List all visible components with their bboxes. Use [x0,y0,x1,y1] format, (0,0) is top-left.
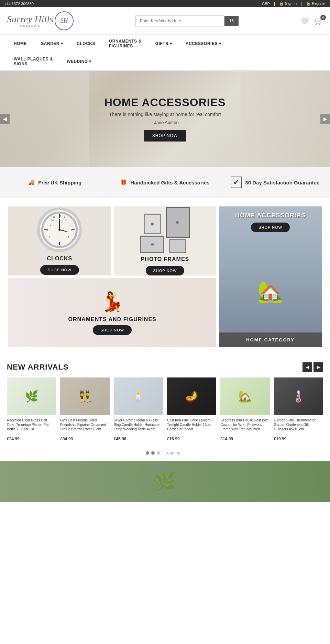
svg-text:12: 12 [58,215,62,218]
product-image-lantern: 🪔 [167,377,216,415]
guarantee-icon: ✓ [231,177,242,188]
nav-item-wall-plaques[interactable]: WALL PLAQUES &SIGNS [7,53,60,70]
product-card-terrarium[interactable]: 🌿 Recycled Clear Glass Half Open Terrari… [7,377,56,441]
frames-visual: ▣ ▣ ▣ [140,207,190,253]
ornaments-shop-btn[interactable]: SHOP NOW [93,325,132,335]
guarantee-text: 30 Day Satisfaction Guarantee [245,180,319,185]
carousel-prev-button[interactable]: ◀ [302,362,312,372]
svg-text:5: 5 [68,224,69,227]
register-link[interactable]: 🔒 Register [306,1,326,6]
nav-item-garden[interactable]: GARDEN ▾ [34,35,70,53]
home-category-bar[interactable]: HOME CATEGORY [219,332,322,347]
ornaments-title: ORNAMENTS AND FIGURINES [68,316,156,323]
product-name-candle: Silver Chrome Metal & Glass Ring Candle … [114,418,163,435]
hero-content: HOME ACCESSORIES There is nothing like s… [104,96,226,142]
hero-decor-left [0,71,89,167]
dot-3 [157,451,160,455]
svg-text:1: 1 [64,216,65,218]
hero-decor-right [241,71,330,167]
category-ornaments[interactable]: 💃 ORNAMENTS AND FIGURINES SHOP NOW [8,278,216,347]
hero-prev-button[interactable]: ◀ [0,114,10,124]
perk-gifts: 🎁 Handpicked Gifts & Accessories [110,167,220,198]
bottom-banner: 🌿 [0,461,330,502]
svg-text:11: 11 [53,216,55,218]
svg-text:3: 3 [71,228,73,231]
product-card-lantern[interactable]: 🪔 Cast Iron Pine Cone Lantern Tealight C… [167,377,216,441]
hero-title: HOME ACCESSORIES [104,96,226,109]
nav-item-clocks[interactable]: CLOCKS [70,35,102,53]
category-grid: 12 9 3 6 10 2 7 4 11 1 8 5 CLOCKS SHOP N… [0,198,330,355]
category-photo-frames[interactable]: ▣ ▣ ▣ PHOTO FRAMES SHOP NOW [114,206,217,275]
dot-2 [151,451,155,455]
user-icon: 🔒 [306,1,311,5]
navigation: HOME GARDEN ▾ CLOCKS ORNAMENTS &FIGURINE… [0,35,330,71]
home-acc-shop-btn[interactable]: SHOP NOW [251,223,290,232]
dot-1 [146,451,149,455]
photo-frames-title: PHOTO FRAMES [141,256,189,262]
search-area: 16 [135,15,239,26]
perk-guarantee: ✓ 30 Day Satisfaction Guarantee [220,167,330,198]
svg-text:7: 7 [49,236,50,238]
search-input[interactable] [135,15,224,26]
product-name-lantern: Cast Iron Pine Cone Lantern Tealight Can… [167,418,216,435]
hero-next-button[interactable]: ▶ [320,114,330,124]
header-icons: 🤍 🛒 0 [300,17,323,25]
cart-icon[interactable]: 🛒 0 [315,17,323,25]
product-image-figurine: 👯 [60,377,109,415]
product-name-terrarium: Recycled Clear Glass Half Open Terrarium… [7,418,56,435]
shipping-icon: 🚚 [28,179,35,185]
logo-designs: DESIGNS [7,24,53,27]
product-name-birdhouse: Seagrass Bird House Nest Box Cocoon for … [220,418,270,435]
product-card-birdhouse[interactable]: 🏡 Seagrass Bird House Nest Box Cocoon fo… [220,377,270,441]
product-card-figurine[interactable]: 👯 Girls Best Friends Sister Friendship F… [60,377,109,441]
search-button[interactable]: 16 [224,16,239,26]
logo[interactable]: Surrey Hills DESIGNS SH [7,11,74,30]
new-arrivals-section: NEW ARRIVALS ◀ ▶ 🌿 Recycled Clear Glass … [0,355,330,445]
product-image-birdhouse: 🏡 [220,377,270,415]
gifts-icon: 🎁 [120,179,127,185]
nav-item-accessories[interactable]: ACCESSORIES ▾ [179,35,228,53]
carousel-next-button[interactable]: ▶ [314,362,323,372]
loading-dots [146,451,160,455]
clock-visual: 12 9 3 6 10 2 7 4 11 1 8 5 [37,207,82,252]
wishlist-icon[interactable]: 🤍 [300,17,309,25]
hero-shop-now-button[interactable]: SHOP NOW [144,130,186,142]
product-price-lantern: £16.99 [167,437,216,441]
photo-frames-shop-btn[interactable]: SHOP NOW [146,266,185,275]
clocks-shop-btn[interactable]: SHOP NOW [40,265,79,275]
hero-author: - Jane Austen [104,120,226,125]
product-price-figurine: £34.99 [60,437,109,441]
currency-selector[interactable]: GBP [262,2,270,6]
logo-name: Surrey Hills [7,14,53,24]
logo-emblem: SH [55,11,74,30]
products-grid: 🌿 Recycled Clear Glass Half Open Terrari… [7,377,323,441]
shipping-text: Free UK Shipping [38,180,81,185]
top-bar: +44 1372 309830 GBP | 🔒 Sign In | 🔒 Regi… [0,0,330,7]
nav-item-ornaments[interactable]: ORNAMENTS &FIGURINES [102,35,148,53]
clocks-title: CLOCKS [47,256,73,262]
hero-quote: There is nothing like staying at home fo… [104,112,226,117]
product-card-thermometer[interactable]: 🌡️ Garden Slate Thermometer Garden Garde… [274,377,323,441]
loading-text: Loading... [164,450,184,455]
nav-item-home[interactable]: HOME [7,35,34,53]
product-price-birdhouse: £14.99 [220,437,270,441]
product-price-terrarium: £24.99 [7,437,56,441]
header: Surrey Hills DESIGNS SH 16 🤍 🛒 0 [0,7,330,35]
lock-icon: 🔒 [279,1,284,5]
category-clocks[interactable]: 12 9 3 6 10 2 7 4 11 1 8 5 CLOCKS SHOP N… [8,206,111,275]
product-name-thermometer: Garden Slate Thermometer Garden Gardener… [274,418,323,435]
perk-shipping: 🚚 Free UK Shipping [0,167,110,198]
svg-text:8: 8 [50,224,51,227]
phone-number: +44 1372 309830 [4,2,34,6]
sign-in-link[interactable]: 🔒 Sign In [279,1,297,6]
carousel-buttons: ◀ ▶ [302,362,323,372]
category-home-accessories[interactable]: HOME ACCESSORIES SHOP NOW 🏡 HOME CATEGOR… [219,206,322,347]
product-price-thermometer: £19.99 [274,437,323,441]
nav-item-gifts[interactable]: GIFTS ▾ [148,35,179,53]
svg-text:4: 4 [68,236,69,238]
svg-text:9: 9 [46,228,48,231]
product-name-figurine: Girls Best Friends Sister Friendship Fig… [60,418,109,435]
home-acc-title: HOME ACCESSORIES [224,212,316,219]
product-card-candle[interactable]: 🕯️ Silver Chrome Metal & Glass Ring Cand… [114,377,163,441]
nav-item-wedding[interactable]: WEDDING ▾ [60,53,98,70]
